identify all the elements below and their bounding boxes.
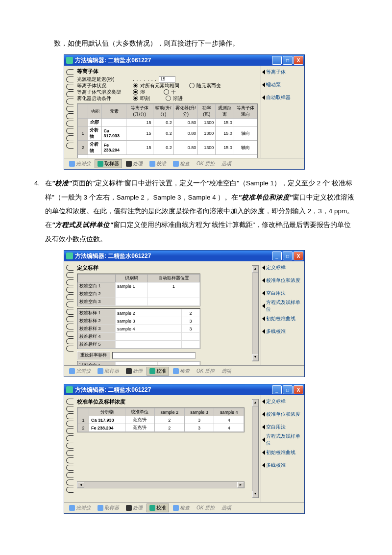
notebook-spiral: [64, 66, 75, 158]
side-multi-cal[interactable]: 多线校准: [262, 328, 302, 335]
cal-units-grid[interactable]: 分析物 校准单位 sample 2 sample 3 sample 4 1 Ca…: [77, 407, 245, 432]
tab-spectrometer[interactable]: 光谱仪: [66, 159, 94, 168]
side-define-std[interactable]: 定义标样: [262, 264, 302, 271]
horizontal-scrollbar[interactable]: ◄►: [77, 481, 245, 488]
close-button[interactable]: X: [294, 252, 303, 260]
side-define-std[interactable]: 定义标样: [262, 398, 302, 405]
tab-process[interactable]: 处理: [123, 504, 146, 512]
status-label: 等离子体状况: [77, 82, 131, 89]
side-autosampler[interactable]: 自动取样器: [262, 94, 302, 101]
side-plasma[interactable]: 等离子体: [262, 69, 302, 76]
notebook-spiral: [64, 395, 75, 502]
tab-check[interactable]: 检查: [170, 367, 193, 376]
define-standards-panel: 定义标样 识别码自动取样器位置 校准空白 1sample 11 校准空白 2 校…: [75, 261, 261, 365]
delay-label: 光源稳定延迟(秒): [77, 76, 131, 83]
standards-list[interactable]: 校准标样 1sample 22 校准标样 2sample 33 校准标样 3sa…: [77, 308, 200, 349]
titlebar: 方法编辑器: 二精盐水061227 _ □ X: [64, 55, 304, 66]
blanks-list[interactable]: 识别码自动取样器位置 校准空白 1sample 11 校准空白 2 校准空白 3: [77, 274, 200, 306]
plasma-grid: 功能 元素 等离子体(升/分) 辅助(升/分) 雾化器(升/分) 功率(瓦) 观…: [77, 103, 258, 158]
bottom-tabs: 光谱仪 取样器 处理 校准 检查 OK 质控 选项: [64, 502, 304, 513]
neb-radio-immediate[interactable]: [133, 96, 138, 101]
maximize-button[interactable]: □: [283, 252, 293, 260]
bottom-tabs: 光谱仪 取样器 处理 校准 检查 OK 质控 选项: [64, 365, 304, 377]
bottom-tabs: 光谱仪 取样器 处理 校准 检查 OK 质控 选项: [64, 158, 304, 169]
window-title: 方法编辑器: 二精盐水061227: [75, 386, 151, 394]
side-blank-usage[interactable]: 空白用法: [262, 290, 302, 297]
side-init-curve[interactable]: 初始校准曲线: [262, 315, 302, 322]
maximize-button[interactable]: □: [283, 385, 293, 394]
tab-process[interactable]: 处理: [123, 367, 146, 376]
tab-sampler[interactable]: 取样器: [95, 367, 122, 376]
neb-radio-gradual[interactable]: [166, 96, 171, 101]
window-title: 方法编辑器: 二精盐水061227: [75, 252, 151, 260]
delay-input[interactable]: 15: [159, 76, 175, 83]
side-cal-units[interactable]: 校准单位和浓度: [262, 277, 302, 284]
app-icon: [66, 57, 73, 64]
app-icon: [66, 386, 73, 393]
side-panel: 等离子体 蠕动泵 自动取样器: [261, 66, 304, 158]
intro-paragraph: 数，如使用默认值（大多数情况），则直接进行下一步操作。: [54, 37, 358, 50]
tab-options[interactable]: 选项: [219, 367, 234, 376]
tab-spectrometer[interactable]: 光谱仪: [66, 504, 94, 512]
reagent-blank-list[interactable]: 试剂空白 1 试剂空白 2 试剂空白 3: [77, 361, 200, 365]
status-radio-vary[interactable]: [189, 83, 195, 88]
screenshot-2: 方法编辑器: 二精盐水061227 _ □ X 定义标样: [64, 250, 358, 377]
reset-slope-button[interactable]: 重设斜率标样: [77, 351, 110, 359]
side-multi-cal[interactable]: 多线校准: [262, 462, 302, 469]
panel-heading: 定义标样: [77, 264, 250, 272]
cal-units-panel: 校准单位及标样浓度 分析物 校准单位 sample 2 sample 3 sam…: [75, 395, 261, 502]
side-equation[interactable]: 方程式及试样单位: [262, 303, 302, 309]
window-title: 方法编辑器: 二精盐水061227: [75, 56, 151, 65]
screenshot-1: 方法编辑器: 二精盐水061227 _ □ X 等离子体 光源稳定延迟(秒): [64, 54, 358, 170]
tab-qc[interactable]: OK 质控: [194, 504, 218, 512]
tab-calibrate[interactable]: 校准: [147, 504, 169, 512]
maximize-button[interactable]: □: [283, 56, 293, 65]
tab-options[interactable]: 选项: [219, 504, 234, 512]
tab-sampler[interactable]: 取样器: [95, 504, 122, 512]
vertical-scrollbar[interactable]: ▲▼: [252, 265, 259, 361]
gas-label: 等离子体气溶胶类型: [77, 89, 131, 96]
neb-label: 雾化器启动条件: [77, 95, 131, 102]
tab-check[interactable]: 检查: [170, 159, 193, 168]
side-panel: 定义标样 校准单位和浓度 空白用法 方程式及试样单位 初始校准曲线 多线校准: [261, 395, 304, 502]
app-icon: [66, 252, 73, 259]
close-button[interactable]: X: [294, 56, 303, 65]
minimize-button[interactable]: _: [272, 252, 282, 260]
status-radio-same[interactable]: [133, 83, 138, 88]
tab-process[interactable]: 处理: [123, 159, 146, 168]
gas-radio-dry[interactable]: [164, 89, 169, 95]
tab-calibrate[interactable]: 校准: [147, 159, 169, 168]
plasma-panel: 等离子体 光源稳定延迟(秒) . . . . . . . 15 等离子体状况 对…: [75, 66, 261, 158]
vertical-scrollbar[interactable]: ▲▼: [252, 399, 259, 498]
notebook-spiral: [64, 261, 75, 365]
titlebar: 方法编辑器: 二精盐水061227 _ □ X: [64, 384, 304, 395]
side-pump[interactable]: 蠕动泵: [262, 81, 302, 88]
gas-radio-wet[interactable]: [133, 89, 138, 95]
side-blank-usage[interactable]: 空白用法: [262, 424, 302, 430]
minimize-button[interactable]: _: [272, 56, 282, 65]
reset-slope-input[interactable]: [112, 352, 196, 359]
tab-spectrometer[interactable]: 光谱仪: [66, 367, 94, 376]
tab-qc[interactable]: OK 质控: [194, 159, 218, 168]
tab-options[interactable]: 选项: [219, 159, 234, 168]
panel-heading: 校准单位及标样浓度: [77, 398, 251, 405]
tab-calibrate[interactable]: 校准: [147, 367, 169, 376]
side-panel: 定义标样 校准单位和浓度 空白用法 方程式及试样单位 初始校准曲线 多线校准: [261, 261, 304, 365]
close-button[interactable]: X: [294, 385, 303, 394]
tab-sampler[interactable]: 取样器: [95, 159, 122, 168]
titlebar: 方法编辑器: 二精盐水061227 _ □ X: [64, 251, 304, 261]
side-equation[interactable]: 方程式及试样单位: [262, 436, 302, 443]
panel-heading: 等离子体: [77, 68, 258, 75]
side-cal-units[interactable]: 校准单位和浓度: [262, 411, 302, 418]
list-item-4: 4. 在"校准"页面的"定义标样"窗口中进行设置，定义一个"校准空白"（Samp…: [45, 177, 358, 246]
minimize-button[interactable]: _: [272, 385, 282, 394]
tab-check[interactable]: 检查: [170, 504, 193, 512]
tab-qc[interactable]: OK 质控: [194, 367, 218, 376]
side-init-curve[interactable]: 初始校准曲线: [262, 449, 302, 456]
screenshot-3: 方法编辑器: 二精盐水061227 _ □ X 校准单位及标样浓度: [64, 384, 358, 514]
